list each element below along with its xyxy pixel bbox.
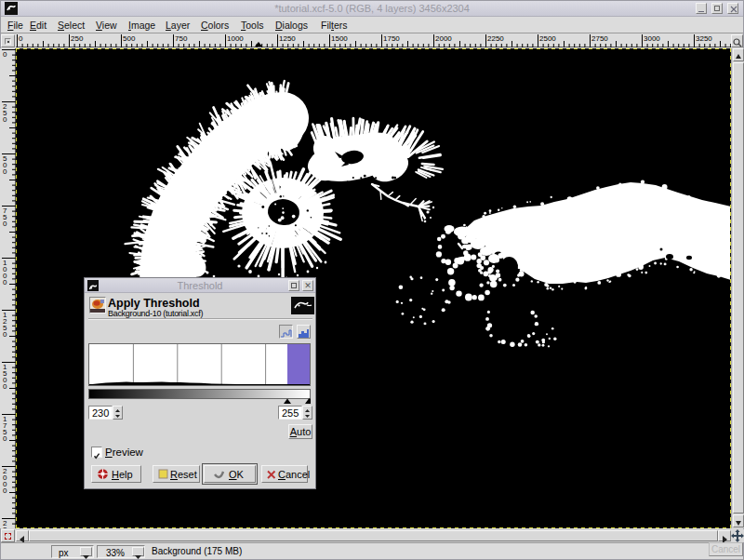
svg-text:2750: 2750	[591, 34, 608, 43]
svg-text:0: 0	[3, 382, 7, 391]
svg-text:1500: 1500	[331, 34, 348, 43]
svg-text:500: 500	[123, 34, 136, 43]
svg-text:3250: 3250	[696, 34, 712, 43]
svg-text:1000: 1000	[227, 34, 244, 43]
svg-text:0: 0	[3, 434, 7, 443]
svg-text:0: 0	[3, 115, 7, 124]
svg-text:2250: 2250	[487, 34, 504, 43]
svg-text:0: 0	[3, 330, 7, 339]
svg-text:0: 0	[3, 167, 7, 176]
svg-text:0: 0	[3, 50, 7, 59]
svg-text:0: 0	[3, 278, 7, 287]
svg-text:1750: 1750	[383, 34, 400, 43]
svg-text:0: 0	[19, 34, 23, 43]
svg-text:1250: 1250	[279, 34, 296, 43]
svg-text:2000: 2000	[435, 34, 452, 43]
svg-text:0: 0	[3, 220, 7, 228]
svg-text:2: 2	[3, 526, 7, 528]
svg-text:2500: 2500	[539, 34, 556, 43]
svg-text:3000: 3000	[644, 34, 660, 43]
svg-text:750: 750	[175, 34, 188, 43]
svg-text:250: 250	[71, 34, 84, 43]
svg-text:0: 0	[3, 487, 7, 495]
